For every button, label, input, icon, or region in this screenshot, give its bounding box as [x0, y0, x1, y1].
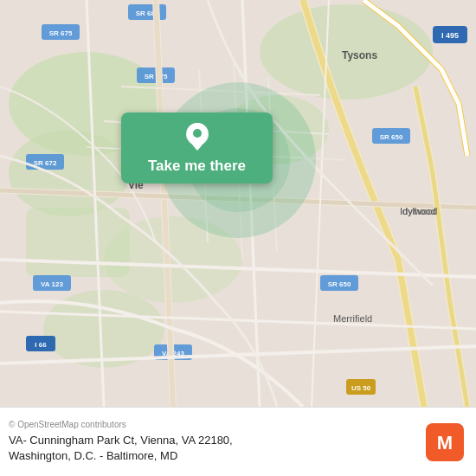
location-pin-icon [182, 121, 213, 152]
svg-text:SR 675: SR 675 [49, 29, 73, 37]
popup-container: Take me there [121, 113, 273, 183]
address-line2: Washington, D.C. - Baltimore, MD [9, 448, 417, 464]
svg-point-2 [9, 130, 130, 216]
svg-text:US 50: US 50 [351, 384, 371, 392]
svg-text:I 66: I 66 [35, 341, 47, 349]
address-info: © OpenStreetMap contributors VA- Cunning… [9, 420, 417, 464]
svg-point-54 [193, 129, 202, 138]
moovit-icon: M [426, 423, 464, 461]
svg-text:VA 123: VA 123 [41, 280, 63, 288]
svg-text:SR 650: SR 650 [380, 133, 403, 141]
svg-text:Merrifield: Merrifield [333, 313, 372, 324]
take-me-there-popup[interactable]: Take me there [121, 113, 273, 183]
take-me-there-label[interactable]: Take me there [148, 158, 246, 175]
svg-text:I 495: I 495 [441, 31, 459, 40]
svg-text:SR 650: SR 650 [328, 280, 351, 288]
svg-text:Tysons: Tysons [342, 49, 377, 61]
info-bar: © OpenStreetMap contributors VA- Cunning… [0, 407, 476, 476]
svg-text:SR 672: SR 672 [34, 159, 57, 167]
moovit-logo: M [426, 423, 464, 461]
address-line1: VA- Cunningham Park Ct, Vienna, VA 22180… [9, 433, 417, 448]
svg-text:Idylwood: Idylwood [400, 206, 437, 216]
svg-text:M: M [437, 432, 453, 453]
map-container: I 495 SR 684 SR 675 SR 675 SR 650 SR 650… [0, 0, 476, 407]
copyright-text: © OpenStreetMap contributors [9, 420, 417, 429]
